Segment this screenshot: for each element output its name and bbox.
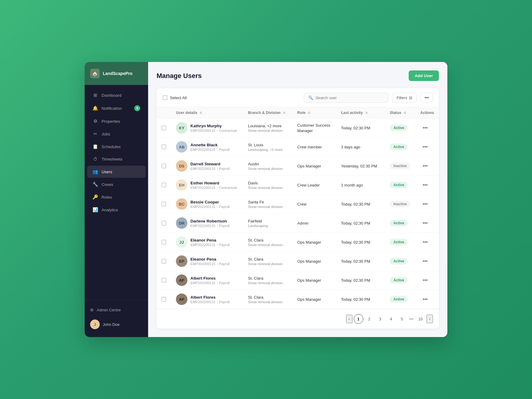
row-checkbox-7[interactable] (161, 240, 166, 245)
notification-badge: 9 (134, 105, 140, 111)
sidebar-item-timesheets[interactable]: ⏱ Timesheets (87, 153, 146, 165)
logo-container[interactable]: 🏠 LandScapePro (85, 62, 148, 85)
select-all-container: Select All (163, 95, 187, 100)
sidebar-item-label-schedules: Schedules (102, 144, 121, 149)
user-emp: EMP202200115•Payroll (190, 300, 230, 304)
division-name: Snow removal division (248, 281, 288, 285)
page-1-button[interactable]: 1 (354, 314, 363, 324)
row-checkbox-6[interactable] (161, 221, 166, 225)
more-options-button[interactable]: ••• (420, 92, 433, 103)
role-text: Ops Manager (297, 278, 321, 283)
user-cell: DR Darlene Robertson EMP202200115•Payrol… (176, 217, 238, 229)
prev-page-button[interactable]: ‹ (346, 315, 352, 323)
row-actions-button-3[interactable]: ••• (420, 162, 430, 170)
sort-icon-role[interactable]: ⇅ (308, 111, 310, 115)
page-header: Manage Users Add User (157, 70, 439, 81)
next-page-button[interactable]: › (427, 315, 433, 323)
roles-icon: 🔑 (92, 194, 98, 200)
th-role: Role ⇅ (293, 107, 336, 118)
row-actions-button-5[interactable]: ••• (420, 200, 430, 208)
sidebar: 🏠 LandScapePro ⊞ Dashboard 🔔 Notificatio… (85, 62, 148, 337)
division-name: Landscaping (248, 224, 288, 228)
page-4-button[interactable]: 4 (386, 314, 396, 324)
row-actions-button-9[interactable]: ••• (420, 276, 430, 284)
sidebar-item-users[interactable]: 👥 Users (87, 166, 146, 178)
user-name-text: Darlene Robertson (190, 219, 230, 223)
row-actions-button-7[interactable]: ••• (420, 238, 430, 246)
filters-button[interactable]: Filters ⊟ (392, 93, 417, 103)
sort-icon-user[interactable]: ⇅ (199, 111, 202, 115)
row-checkbox-4[interactable] (161, 183, 166, 187)
user-info: Albert Flores EMP202200115•Payroll (190, 295, 230, 304)
role-text: Crew Leader (297, 183, 320, 187)
row-actions-button-1[interactable]: ••• (420, 124, 430, 132)
sort-icon-branch[interactable]: ⇅ (283, 111, 285, 115)
sidebar-item-roles[interactable]: 🔑 Roles (87, 191, 146, 203)
sidebar-item-dashboard[interactable]: ⊞ Dashboard (87, 89, 146, 101)
row-checkbox-5[interactable] (161, 202, 166, 206)
search-icon: 🔍 (308, 96, 313, 100)
jobs-icon: ✂ (92, 131, 98, 137)
activity-text: Yesterday, 02:30 PM (341, 164, 377, 168)
user-info: Annette Black EMP202200115•Payroll (190, 143, 230, 151)
row-checkbox-2[interactable] (161, 144, 166, 149)
user-emp: EMP202200115•Payroll (190, 243, 230, 247)
user-name-text: Darrell Steward (190, 162, 230, 166)
avatar: EP (176, 255, 187, 267)
search-input[interactable] (316, 96, 384, 100)
user-cell: AB Annette Black EMP202200115•Payroll (176, 141, 238, 153)
status-badge: Active (390, 258, 408, 264)
logo-icon: 🏠 (90, 69, 100, 78)
branch-name: St. Louis (248, 143, 288, 147)
table-row: JJ Eleanor Pena EMP202200115•Payroll St.… (157, 233, 439, 252)
user-name-text: Albert Flores (190, 276, 230, 281)
row-checkbox-10[interactable] (161, 297, 166, 302)
sort-icon-status[interactable]: ⇅ (404, 111, 406, 115)
sidebar-item-analytics[interactable]: 📊 Analytics (87, 204, 146, 216)
page-3-button[interactable]: 3 (375, 314, 385, 324)
row-actions-button-6[interactable]: ••• (420, 219, 430, 227)
th-checkbox (157, 107, 171, 118)
user-name-text: Kathryn Murphy (190, 124, 237, 128)
admin-centre-link[interactable]: ⚙ Admin Centre (87, 305, 146, 315)
table-toolbar: Select All 🔍 Filters ⊟ ••• (157, 88, 439, 107)
division-name: Snow removal division (248, 129, 288, 132)
row-checkbox-9[interactable] (161, 278, 166, 283)
row-actions-button-2[interactable]: ••• (420, 143, 430, 151)
select-all-label: Select All (170, 96, 187, 100)
notification-icon: 🔔 (92, 105, 98, 111)
row-actions-button-4[interactable]: ••• (420, 181, 430, 189)
row-actions-button-10[interactable]: ••• (420, 295, 430, 303)
sidebar-item-jobs[interactable]: ✂ Jobs (87, 128, 146, 140)
row-actions-button-8[interactable]: ••• (420, 257, 430, 265)
branch-name: St. Clara (248, 238, 288, 242)
user-cell: AF Albert Flores EMP202200115•Payroll (176, 294, 238, 305)
user-cell: KY Kathryn Murphy EMP202200115•Contractu… (176, 122, 238, 134)
app-name: LandScapePro (103, 71, 132, 76)
page-5-button[interactable]: 5 (397, 314, 407, 324)
search-box: 🔍 (304, 93, 388, 103)
select-all-checkbox[interactable] (163, 95, 167, 100)
row-checkbox-1[interactable] (161, 125, 166, 130)
user-name-text: Esther Howard (190, 181, 237, 185)
activity-text: Today, 02:30 PM (341, 297, 370, 302)
sidebar-item-properties[interactable]: ⚙ Properties (87, 115, 146, 127)
table-row: DR Darlene Robertson EMP202200115•Payrol… (157, 214, 439, 233)
user-profile[interactable]: J John Doe (87, 316, 146, 332)
row-checkbox-8[interactable] (161, 259, 166, 264)
sidebar-item-notification[interactable]: 🔔 Notification 9 (87, 102, 146, 115)
user-info: Kathryn Murphy EMP202200115•Contractual (190, 124, 237, 132)
sidebar-item-label-properties: Properties (102, 119, 120, 124)
user-info: Eleanor Pena EMP202200115•Payroll (190, 238, 230, 247)
sidebar-item-schedules[interactable]: 📋 Schedules (87, 141, 146, 153)
sidebar-item-crews[interactable]: 🔧 Crews (87, 178, 146, 190)
avatar: KY (176, 122, 187, 134)
page-last-button[interactable]: 10 (416, 314, 425, 324)
page-2-button[interactable]: 2 (365, 314, 374, 324)
user-name-text: Bessie Cooper (190, 200, 230, 204)
sort-icon-activity[interactable]: ⇅ (365, 111, 368, 115)
user-info: Eleanor Pena EMP202200115•Payroll (190, 257, 230, 266)
row-checkbox-3[interactable] (161, 164, 166, 168)
admin-centre-label: Admin Centre (97, 308, 121, 312)
add-user-button[interactable]: Add User (409, 70, 439, 81)
